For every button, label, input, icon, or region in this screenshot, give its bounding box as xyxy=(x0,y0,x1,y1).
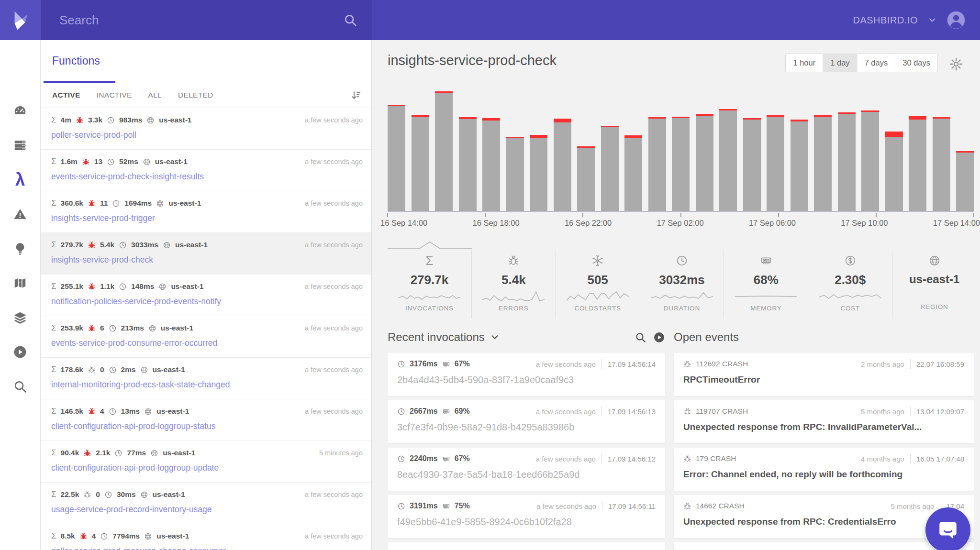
chart-bar[interactable] xyxy=(861,110,879,211)
chart-bar[interactable] xyxy=(838,112,856,211)
search-input[interactable] xyxy=(58,12,343,28)
function-list: Σ 4m 3.3k 983ms us-east-1 a few seconds … xyxy=(41,108,371,550)
function-list-item[interactable]: Σ 8.5k 4 7794ms us-east-1 a few seconds … xyxy=(41,524,371,550)
stat-coldstarts[interactable]: 505COLDSTARTS xyxy=(556,251,640,319)
function-list-item[interactable]: Σ 178.6k 0 2ms us-east-1 a few seconds a… xyxy=(41,358,371,399)
invocation-card[interactable]: 3191ms 75% a few seconds ago 17.09 14:56… xyxy=(388,495,665,538)
chart-bar[interactable] xyxy=(435,91,453,211)
nav-dashboard[interactable] xyxy=(0,100,40,121)
nav-live-tail[interactable] xyxy=(0,341,40,363)
function-list-item[interactable]: Σ 22.5k 0 30ms us-east-1 a few seconds a… xyxy=(41,483,371,524)
invocation-card[interactable]: 2667ms 69% a few seconds ago 17.09 14:56… xyxy=(388,400,665,443)
function-list-item[interactable]: Σ 279.7k 5.4k 3033ms us-east-1 a few sec… xyxy=(41,233,371,275)
stat-memory[interactable]: 68%MEMORY xyxy=(724,251,808,319)
chart-bar[interactable] xyxy=(624,135,642,211)
chart-bar[interactable] xyxy=(459,117,477,211)
event-count-type: 14662 CRASH xyxy=(696,502,745,510)
stat-region[interactable]: us-east-1REGION xyxy=(892,251,976,319)
clock-icon xyxy=(107,116,115,124)
invocation-play-icon[interactable] xyxy=(653,331,665,343)
chart-bar[interactable] xyxy=(791,120,808,211)
function-list-item[interactable]: Σ 255.1k 1.1k 148ms us-east-1 a few seco… xyxy=(41,275,371,316)
chart-bar[interactable] xyxy=(672,117,690,211)
search-icon[interactable] xyxy=(343,13,357,27)
chart-bar[interactable] xyxy=(719,109,737,211)
function-list-item[interactable]: Σ 90.4k 2.1k 77ms us-east-1 5 minutes ag… xyxy=(41,441,371,483)
app-logo[interactable] xyxy=(0,0,41,40)
invocation-card[interactable]: 2240ms 67% a few seconds ago 17.09 14:56… xyxy=(388,448,665,491)
filter-inactive[interactable]: INACTIVE xyxy=(97,91,132,99)
function-name-link[interactable]: client-configuration-api-prod-loggroup-s… xyxy=(51,421,363,431)
chart-bar[interactable] xyxy=(767,115,784,211)
chart-bar[interactable] xyxy=(814,115,832,211)
sigma-icon: Σ xyxy=(51,198,56,208)
event-card[interactable]: 179 CRASH 4 months ago 16.05 17:07:48 Er… xyxy=(674,448,974,491)
chart-bar[interactable] xyxy=(577,146,595,211)
stat-value: 3032ms xyxy=(659,273,704,287)
range-button-30-days[interactable]: 30 days xyxy=(895,54,937,72)
function-name-link[interactable]: poller-service-prod-resource-change-cons… xyxy=(51,546,363,550)
function-name-link[interactable]: poller-service-prod-poll xyxy=(51,130,363,140)
chart-bar[interactable] xyxy=(743,118,761,211)
chart-bar[interactable] xyxy=(696,114,713,211)
stat-errors[interactable]: 5.4kERRORS xyxy=(472,251,556,319)
function-name-link[interactable]: internal-monitoring-prod-ecs-task-state-… xyxy=(51,380,363,390)
alert-triangle-icon xyxy=(13,207,27,221)
nav-functions[interactable]: λ xyxy=(0,169,40,190)
avatar[interactable] xyxy=(947,11,966,30)
invocation-card[interactable]: 3176ms 67% a few seconds ago 17.09 14:56… xyxy=(388,353,665,396)
layers-icon xyxy=(13,310,27,325)
event-timestamp: 13.04 12:09:07 xyxy=(916,407,964,416)
chart-bar[interactable] xyxy=(388,105,405,211)
function-list-item[interactable]: Σ 146.5k 4 13ms us-east-1 a few seconds … xyxy=(41,399,371,441)
function-name-link[interactable]: events-service-prod-consume-error-occurr… xyxy=(51,338,363,348)
nav-map[interactable] xyxy=(0,273,40,294)
function-list-item[interactable]: Σ 360.6k 11 1694ms us-east-1 a few secon… xyxy=(41,191,371,233)
filter-all[interactable]: ALL xyxy=(148,91,162,99)
function-name-link[interactable]: insights-service-prod-check xyxy=(51,255,363,265)
chat-bubble[interactable] xyxy=(925,507,970,550)
chart-bar[interactable] xyxy=(554,119,571,211)
function-name-link[interactable]: events-service-prod-check-insight-result… xyxy=(51,172,363,182)
event-card[interactable]: 112692 CRASH 2 months ago 22.07 16:08:59… xyxy=(674,353,974,396)
gear-icon[interactable] xyxy=(948,56,964,72)
nav-stack[interactable] xyxy=(0,307,40,328)
chart-bar[interactable] xyxy=(482,118,500,211)
chart-bar[interactable] xyxy=(412,115,429,211)
chart-bar[interactable] xyxy=(601,126,619,211)
chart-bar[interactable] xyxy=(956,151,974,211)
chart-bar[interactable] xyxy=(885,132,903,211)
function-name-link[interactable]: client-configuration-api-prod-loggroup-u… xyxy=(51,463,363,473)
filter-active[interactable]: ACTIVE xyxy=(52,91,80,99)
globe-icon xyxy=(144,532,152,540)
nav-insights[interactable] xyxy=(0,238,40,259)
stat-invocations[interactable]: Σ279.7kINVOCATIONS xyxy=(388,251,472,319)
range-button-1-day[interactable]: 1 day xyxy=(823,54,857,72)
stat-cost[interactable]: 2.30$COST xyxy=(808,251,892,319)
range-button-7-days[interactable]: 7 days xyxy=(857,54,895,72)
chart-bar[interactable] xyxy=(648,117,666,211)
filter-deleted[interactable]: DELETED xyxy=(178,91,213,99)
function-name-link[interactable]: insights-service-prod-trigger xyxy=(51,213,363,223)
map-icon xyxy=(13,276,27,290)
nav-resources[interactable] xyxy=(0,135,40,156)
function-name-link[interactable]: usage-service-prod-record-inventory-usag… xyxy=(51,505,363,515)
tab-functions[interactable]: Functions xyxy=(52,55,100,67)
invocation-search-icon[interactable] xyxy=(635,331,646,343)
nav-alerts[interactable] xyxy=(0,204,40,225)
function-list-item[interactable]: Σ 253.9k 6 213ms us-east-1 a few seconds… xyxy=(41,316,371,358)
function-name-link[interactable]: notification-policies-service-prod-event… xyxy=(51,297,363,307)
chart-bar[interactable] xyxy=(909,116,926,211)
stat-duration[interactable]: 3032msDURATION xyxy=(640,251,724,319)
chart-bar[interactable] xyxy=(530,135,547,211)
chart-bar[interactable] xyxy=(933,117,950,211)
nav-search[interactable] xyxy=(0,376,40,397)
event-card[interactable]: 119707 CRASH 5 months ago 13.04 12:09:07… xyxy=(674,400,974,443)
chevron-down-icon[interactable] xyxy=(490,332,500,342)
sort-icon[interactable] xyxy=(350,89,362,101)
range-button-1-hour[interactable]: 1 hour xyxy=(786,54,823,72)
function-list-item[interactable]: Σ 4m 3.3k 983ms us-east-1 a few seconds … xyxy=(41,108,371,150)
function-list-item[interactable]: Σ 1.6m 13 52ms us-east-1 a few seconds a… xyxy=(41,150,371,191)
chart-bar[interactable] xyxy=(506,137,524,211)
account-menu[interactable]: DASHBIRD.IO xyxy=(853,0,980,40)
